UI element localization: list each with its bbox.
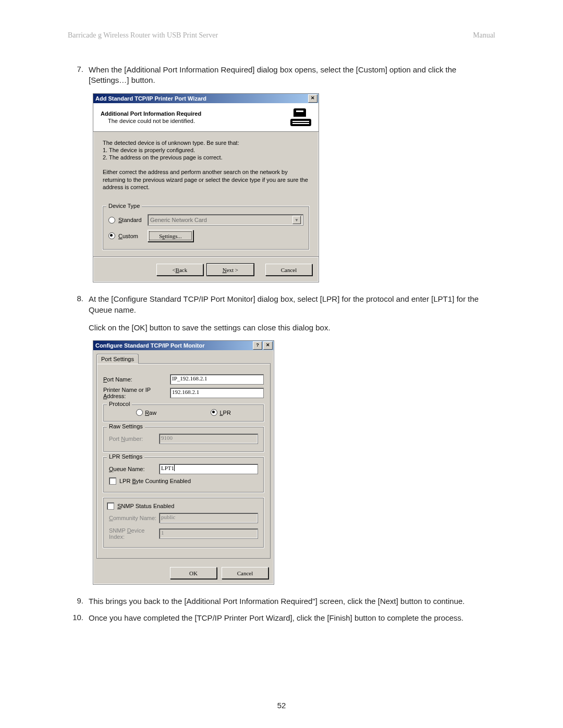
port-name-input[interactable]: IP_192.168.2.1 xyxy=(170,374,264,385)
step-text: Click on the [OK] button to save the set… xyxy=(89,323,495,333)
next-button[interactable]: Next > xyxy=(207,264,254,276)
raw-port-label: Port Number: xyxy=(109,436,159,442)
queue-name-input[interactable]: LPT1​ xyxy=(159,464,258,474)
close-icon[interactable]: ✕ xyxy=(263,341,273,350)
wizard-dialog: Add Standard TCP/IP Printer Port Wizard … xyxy=(93,93,319,283)
device-type-group: Device Type Standard Generic Network Car… xyxy=(103,206,309,250)
radio-standard-label: Standard xyxy=(118,217,144,223)
snmp-group: SNMP Status Enabled Community Name: publ… xyxy=(103,498,264,548)
step-number: 10. xyxy=(68,613,89,622)
group-legend: LPR Settings xyxy=(107,453,144,460)
header-right: Manual xyxy=(473,31,495,40)
group-legend: Device Type xyxy=(106,203,142,209)
radio-custom-label: Custom xyxy=(118,233,144,239)
printer-icon xyxy=(290,108,311,126)
device-type-select: Generic Network Card ▼ xyxy=(148,214,303,226)
radio-custom[interactable] xyxy=(108,232,115,239)
info-text: The detected device is of unknown type. … xyxy=(103,139,309,146)
cancel-button[interactable]: Cancel xyxy=(222,567,268,579)
port-monitor-dialog: Configure Standard TCP/IP Port Monitor ?… xyxy=(93,340,274,585)
snmp-checkbox[interactable] xyxy=(107,502,114,510)
tab-port-settings[interactable]: Port Settings xyxy=(96,354,139,364)
manual-page: Barricade g Wireless Router with USB Pri… xyxy=(0,0,563,728)
queue-name-label: Queue Name: xyxy=(109,466,159,472)
community-name-label: Community Name: xyxy=(109,515,159,521)
info-text: 2. The address on the previous page is c… xyxy=(103,154,309,161)
banner-title: Additional Port Information Required xyxy=(101,110,201,117)
step-text: Once you have completed the [TCP/IP Prin… xyxy=(89,613,495,623)
community-name-input: public xyxy=(159,513,258,523)
page-number: 52 xyxy=(0,701,563,710)
snmp-index-input: 1 xyxy=(159,528,258,539)
banner-subtitle: The device could not be identified. xyxy=(108,118,201,124)
ok-button[interactable]: OK xyxy=(170,567,217,579)
info-text: 1. The device is properly configured. xyxy=(103,146,309,154)
radio-lpr[interactable] xyxy=(211,409,217,416)
titlebar[interactable]: Add Standard TCP/IP Printer Port Wizard … xyxy=(93,94,319,103)
group-legend: Protocol xyxy=(107,401,132,407)
snmp-index-label: SNMP Device Index: xyxy=(109,527,159,540)
info-text: Either correct the address and perform a… xyxy=(103,168,309,191)
chevron-down-icon: ▼ xyxy=(292,216,301,224)
protocol-group: Protocol Raw LPR xyxy=(103,404,264,422)
step-number: 9. xyxy=(68,596,89,605)
cancel-button[interactable]: Cancel xyxy=(265,264,312,276)
ip-address-input[interactable]: 192.168.2.1 xyxy=(170,388,264,398)
step-text: This brings you back to the [Additional … xyxy=(89,596,495,607)
back-button[interactable]: < Back xyxy=(156,264,203,276)
page-header: Barricade g Wireless Router with USB Pri… xyxy=(68,31,495,40)
lpr-byte-label: LPR Byte Counting Enabled xyxy=(119,478,191,484)
select-value: Generic Network Card xyxy=(150,217,207,223)
step-number: 8. xyxy=(68,294,89,303)
ip-address-label: Printer Name or IP Address: xyxy=(103,387,170,399)
lpr-byte-checkbox[interactable] xyxy=(109,477,116,485)
radio-raw[interactable] xyxy=(136,409,143,416)
raw-settings-group: Raw Settings Port Number: 9100 xyxy=(103,427,264,452)
dialog-title: Configure Standard TCP/IP Port Monitor xyxy=(95,341,204,350)
step-text: When the [Additional Port Information Re… xyxy=(89,65,495,86)
lpr-settings-group: LPR Settings Queue Name: LPT1​ LPR Byte … xyxy=(103,457,264,492)
port-name-label: Port Name: xyxy=(103,376,170,382)
titlebar[interactable]: Configure Standard TCP/IP Port Monitor ?… xyxy=(93,341,274,350)
radio-lpr-label: LPR xyxy=(219,410,230,416)
step-text: At the [Configure Standard TCP/IP Port M… xyxy=(89,294,495,315)
snmp-label: SNMP Status Enabled xyxy=(117,503,174,509)
help-icon[interactable]: ? xyxy=(253,341,262,350)
radio-raw-label: Raw xyxy=(145,410,156,416)
settings-button[interactable]: Settings... xyxy=(148,230,193,242)
close-icon[interactable]: ✕ xyxy=(308,94,317,103)
step-number: 7. xyxy=(68,65,89,73)
raw-port-input: 9100 xyxy=(159,434,258,444)
group-legend: Raw Settings xyxy=(107,423,145,429)
header-left: Barricade g Wireless Router with USB Pri… xyxy=(68,31,218,40)
radio-standard[interactable] xyxy=(108,217,115,224)
dialog-title: Add Standard TCP/IP Printer Port Wizard xyxy=(95,94,206,103)
